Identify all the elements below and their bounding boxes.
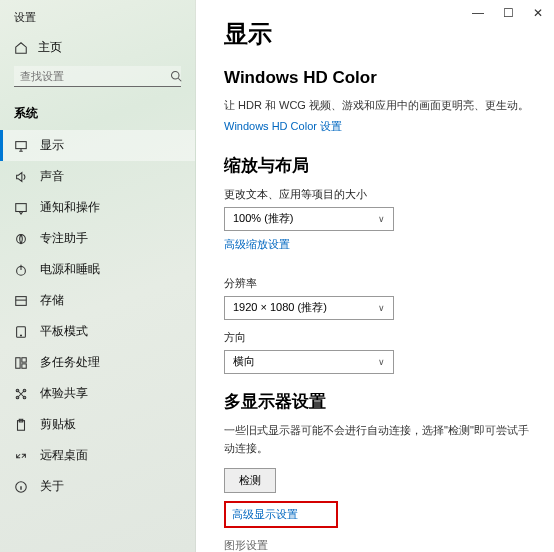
main-content: — ☐ ✕ 显示 Windows HD Color 让 HDR 和 WCG 视频… <box>196 0 554 552</box>
home-nav[interactable]: 主页 <box>14 33 195 66</box>
nav-item-power[interactable]: 电源和睡眠 <box>0 254 195 285</box>
search-icon <box>164 70 188 82</box>
multi-heading: 多显示器设置 <box>224 390 532 413</box>
nav-label: 体验共享 <box>40 386 88 401</box>
detect-button[interactable]: 检测 <box>224 468 276 493</box>
nav-label: 存储 <box>40 293 64 308</box>
nav-item-notify[interactable]: 通知和操作 <box>0 192 195 223</box>
hdcolor-link[interactable]: Windows HD Color 设置 <box>224 119 342 134</box>
nav-label: 多任务处理 <box>40 355 100 370</box>
nav-label: 电源和睡眠 <box>40 262 100 277</box>
home-label: 主页 <box>38 39 62 56</box>
advanced-display-link[interactable]: 高级显示设置 <box>232 507 298 522</box>
text-size-select[interactable]: 100% (推荐) ∨ <box>224 207 394 231</box>
orientation-label: 方向 <box>224 330 532 345</box>
search-box[interactable] <box>14 66 181 87</box>
hdcolor-heading: Windows HD Color <box>224 68 532 88</box>
nav-item-storage[interactable]: 存储 <box>0 285 195 316</box>
svg-point-3 <box>17 234 26 243</box>
nav-item-remote[interactable]: 远程桌面 <box>0 440 195 471</box>
orientation-value: 横向 <box>233 354 255 369</box>
nav-item-sound[interactable]: 声音 <box>0 161 195 192</box>
nav-label: 通知和操作 <box>40 200 100 215</box>
window-controls: — ☐ ✕ <box>472 6 544 20</box>
svg-point-7 <box>20 334 21 335</box>
nav-item-multitask[interactable]: 多任务处理 <box>0 347 195 378</box>
svg-rect-1 <box>16 141 27 148</box>
orientation-select[interactable]: 横向 ∨ <box>224 350 394 374</box>
notify-icon <box>14 201 28 215</box>
nav-item-share[interactable]: 体验共享 <box>0 378 195 409</box>
remote-icon <box>14 449 28 463</box>
multitask-icon <box>14 356 28 370</box>
nav-item-about[interactable]: 关于 <box>0 471 195 502</box>
nav-label: 远程桌面 <box>40 448 88 463</box>
tablet-icon <box>14 325 28 339</box>
focus-icon <box>14 232 28 246</box>
text-size-value: 100% (推荐) <box>233 211 294 226</box>
maximize-button[interactable]: ☐ <box>502 6 514 20</box>
highlighted-link-box: 高级显示设置 <box>224 501 338 528</box>
nav-label: 显示 <box>40 138 64 153</box>
svg-rect-8 <box>16 357 20 368</box>
svg-rect-10 <box>22 363 26 367</box>
share-icon <box>14 387 28 401</box>
svg-rect-9 <box>22 357 26 361</box>
nav-item-clipboard[interactable]: 剪贴板 <box>0 409 195 440</box>
nav-list: 显示声音通知和操作专注助手电源和睡眠存储平板模式多任务处理体验共享剪贴板远程桌面… <box>0 130 195 502</box>
display-icon <box>14 139 28 153</box>
hdcolor-desc: 让 HDR 和 WCG 视频、游戏和应用中的画面更明亮、更生动。 <box>224 96 532 115</box>
chevron-down-icon: ∨ <box>378 357 385 367</box>
close-button[interactable]: ✕ <box>532 6 544 20</box>
nav-item-focus[interactable]: 专注助手 <box>0 223 195 254</box>
nav-item-tablet[interactable]: 平板模式 <box>0 316 195 347</box>
sidebar-category: 系统 <box>0 99 195 130</box>
resolution-label: 分辨率 <box>224 276 532 291</box>
home-icon <box>14 41 28 55</box>
svg-rect-2 <box>16 203 27 211</box>
advanced-scaling-link[interactable]: 高级缩放设置 <box>224 237 290 252</box>
text-size-label: 更改文本、应用等项目的大小 <box>224 187 532 202</box>
sound-icon <box>14 170 28 184</box>
chevron-down-icon: ∨ <box>378 303 385 313</box>
app-name: 设置 <box>14 10 195 25</box>
graphics-settings-link[interactable]: 图形设置 <box>224 538 268 552</box>
resolution-value: 1920 × 1080 (推荐) <box>233 300 327 315</box>
scale-heading: 缩放与布局 <box>224 154 532 177</box>
nav-item-display[interactable]: 显示 <box>0 130 195 161</box>
nav-label: 关于 <box>40 479 64 494</box>
svg-rect-5 <box>16 296 27 305</box>
power-icon <box>14 263 28 277</box>
chevron-down-icon: ∨ <box>378 214 385 224</box>
minimize-button[interactable]: — <box>472 6 484 20</box>
about-icon <box>14 480 28 494</box>
sidebar: 设置 主页 系统 显示声音通知和操作专注助手电源和睡眠存储平板模式多任务处理体验… <box>0 0 196 552</box>
nav-label: 平板模式 <box>40 324 88 339</box>
clipboard-icon <box>14 418 28 432</box>
svg-point-0 <box>172 72 180 80</box>
search-input[interactable] <box>14 66 164 86</box>
page-title: 显示 <box>224 18 532 50</box>
resolution-select[interactable]: 1920 × 1080 (推荐) ∨ <box>224 296 394 320</box>
nav-label: 剪贴板 <box>40 417 76 432</box>
multi-desc: 一些旧式显示器可能不会进行自动连接，选择"检测"即可尝试手动连接。 <box>224 421 532 458</box>
storage-icon <box>14 294 28 308</box>
nav-label: 专注助手 <box>40 231 88 246</box>
nav-label: 声音 <box>40 169 64 184</box>
